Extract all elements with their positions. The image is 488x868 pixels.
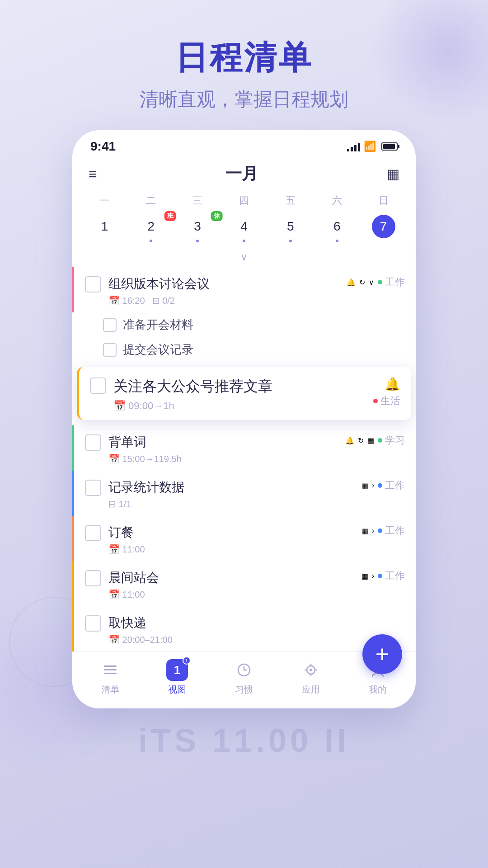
phone-mockup: 9:41 📶 ≡ 一月 ▦ 一 二 三 四 五 六 日 — [72, 130, 416, 708]
nav-label-list: 清单 — [101, 684, 119, 696]
nav-label-app: 应用 — [302, 684, 320, 696]
grid-icon-6[interactable]: ▦ — [361, 572, 368, 580]
status-time: 9:41 — [90, 139, 116, 154]
nav-label-mine: 我的 — [369, 684, 387, 696]
task-title-5: 订餐 — [108, 524, 356, 541]
task-tag-6: 工作 — [378, 569, 405, 583]
weekday-fri: 五 — [267, 192, 314, 209]
date-6[interactable]: 6 — [314, 213, 360, 246]
weekday-tue: 二 — [128, 192, 174, 209]
weekdays-header: 一 二 三 四 五 六 日 — [72, 192, 416, 209]
spacer-floating — [72, 362, 416, 367]
floating-task-content: 关注各大公众号推荐文章 📅 09:00→1h — [113, 377, 373, 412]
sub-checkbox-1-2[interactable] — [103, 343, 117, 357]
tag-dot-3 — [378, 438, 382, 443]
date-3[interactable]: 3 休 — [174, 213, 221, 246]
sub-task-title-1-1: 准备开会材料 — [123, 317, 193, 333]
nav-icon-list — [99, 659, 121, 681]
task-item-3: 背单词 📅 15:00→119.5h 🔔 ↻ ▦ 学习 — [72, 425, 416, 471]
sub-task-1-1: 准备开会材料 — [103, 312, 416, 337]
floating-tag: 生活 — [373, 394, 400, 408]
task-checkbox-7[interactable] — [85, 615, 101, 632]
nav-item-view[interactable]: 1 1 视图 — [144, 659, 211, 696]
nav-label-habit: 习惯 — [235, 684, 253, 696]
repeat-icon-3[interactable]: ↻ — [358, 436, 364, 445]
task-content-1: 组织版本讨论会议 📅 16:20 ⊟ 0/2 — [108, 275, 341, 306]
date-2[interactable]: 2 班 — [128, 213, 174, 246]
date-number-1: 1 — [93, 215, 116, 238]
nav-item-habit[interactable]: 习惯 — [211, 659, 277, 696]
svg-rect-2 — [104, 673, 117, 674]
task-checkbox-4[interactable] — [85, 480, 101, 496]
tag-label-1: 工作 — [385, 275, 405, 289]
tag-label-3: 学习 — [385, 434, 405, 447]
nav-item-app[interactable]: 应用 — [277, 659, 344, 696]
sub-checkbox-1-1[interactable] — [103, 318, 117, 332]
task-item-4: 记录统计数据 ⊟ 1/1 ▦ › 工作 — [72, 471, 416, 516]
expand-icon-1[interactable]: ∨ — [369, 278, 374, 287]
grid-icon-4[interactable]: ▦ — [361, 481, 368, 490]
task-meta-6: 📅 11:00 — [108, 589, 356, 600]
status-icons: 📶 — [347, 141, 398, 152]
task-actions-5: ▦ › 工作 — [361, 524, 405, 538]
sub-task-title-1-2: 提交会议记录 — [123, 342, 193, 358]
floating-task-meta: 📅 09:00→1h — [113, 400, 373, 412]
floating-task-checkbox[interactable] — [90, 377, 106, 394]
date-7[interactable]: 7 — [360, 213, 407, 246]
floating-tag-label: 生活 — [380, 394, 400, 408]
date-number-4: 4 — [232, 215, 256, 238]
floating-task-right: 🔔 生活 — [373, 377, 400, 408]
fab-add-button[interactable]: + — [362, 634, 402, 674]
nav-icon-view: 1 1 — [166, 659, 188, 681]
repeat-icon-1[interactable]: ↻ — [359, 278, 365, 287]
arrow-icon-4[interactable]: › — [372, 481, 374, 490]
task-checkbox-5[interactable] — [85, 525, 101, 541]
task-checkbox-6[interactable] — [85, 570, 101, 586]
month-title: 一月 — [225, 163, 258, 185]
nav-item-list[interactable]: 清单 — [77, 659, 144, 696]
date-4[interactable]: 4 — [221, 213, 267, 246]
task-actions-3: 🔔 ↻ ▦ 学习 — [345, 434, 405, 447]
task-time-7: 📅 20:00–21:00 — [108, 634, 173, 645]
nav-label-view: 视图 — [168, 684, 186, 696]
svg-rect-1 — [104, 669, 117, 670]
tag-label-6: 工作 — [385, 569, 405, 583]
floating-alarm-icon[interactable]: 🔔 — [385, 377, 400, 392]
menu-icon[interactable]: ≡ — [89, 167, 97, 181]
nav-icon-habit — [233, 659, 255, 681]
date-dot-6 — [336, 240, 338, 242]
sub-task-1-2: 提交会议记录 — [103, 337, 416, 362]
expand-calendar-button[interactable]: ∨ — [72, 250, 416, 267]
alarm-icon-1[interactable]: 🔔 — [347, 278, 356, 287]
tag-dot-6 — [378, 574, 382, 578]
task-time-icon-1: 📅 16:20 — [108, 295, 145, 306]
task-checkbox-3[interactable] — [85, 434, 101, 451]
weekday-sat: 六 — [314, 192, 360, 209]
date-5[interactable]: 5 — [267, 213, 314, 246]
task-actions-1: 🔔 ↻ ∨ 工作 — [347, 275, 405, 289]
grid-icon-3[interactable]: ▦ — [367, 436, 374, 445]
arrow-icon-6[interactable]: › — [372, 572, 374, 580]
grid-icon-5[interactable]: ▦ — [361, 527, 368, 535]
grid-icon[interactable]: ▦ — [387, 166, 399, 182]
wifi-icon: 📶 — [364, 141, 376, 152]
date-1[interactable]: 1 — [81, 213, 128, 246]
date-dot-4 — [243, 240, 245, 242]
date-number-5: 5 — [279, 215, 302, 238]
date-number-7: 7 — [372, 215, 395, 238]
date-dot-3 — [196, 240, 199, 242]
date-dot-5 — [289, 240, 292, 242]
task-content-7: 取快递 📅 20:00–21:00 — [108, 614, 399, 645]
task-checkbox-1[interactable] — [85, 276, 101, 292]
task-item-5: 订餐 📅 11:00 ▦ › 工作 — [72, 516, 416, 561]
task-title-7: 取快递 — [108, 614, 399, 632]
floating-task-title: 关注各大公众号推荐文章 — [113, 377, 373, 396]
date-dot-2 — [150, 240, 152, 242]
task-tag-4: 工作 — [378, 479, 405, 492]
alarm-icon-3[interactable]: 🔔 — [345, 436, 354, 445]
task-content-3: 背单词 📅 15:00→119.5h — [108, 434, 340, 464]
arrow-icon-5[interactable]: › — [372, 527, 374, 535]
svg-rect-0 — [104, 665, 117, 667]
task-subtask-count-1: ⊟ 0/2 — [152, 295, 175, 306]
floating-task-container: 关注各大公众号推荐文章 📅 09:00→1h 🔔 生活 — [77, 367, 411, 420]
